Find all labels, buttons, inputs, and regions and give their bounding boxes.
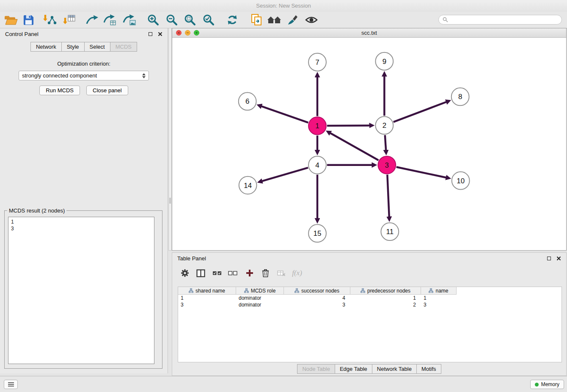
clone-network-icon [250, 14, 262, 26]
graph-node-9[interactable]: 9 [375, 52, 393, 70]
import-table-button[interactable] [62, 14, 77, 26]
tab-node-table[interactable]: Node Table [297, 364, 335, 374]
table-panel: Table Panel [172, 252, 567, 376]
column-header-predecessor-nodes[interactable]: predecessor nodes [350, 287, 421, 295]
memory-label: Memory [541, 381, 559, 387]
graph-node-7[interactable]: 7 [308, 53, 326, 71]
save-session-button[interactable] [21, 14, 36, 26]
graph-node-label: 8 [458, 93, 462, 101]
graph-node-6[interactable]: 6 [239, 92, 256, 110]
memory-button[interactable]: Memory [530, 380, 564, 389]
column-header-name[interactable]: name [421, 287, 457, 295]
zoom-fit-button[interactable] [182, 14, 198, 26]
float-panel-icon[interactable] [149, 32, 152, 36]
column-label: successor nodes [301, 288, 339, 294]
table-settings-button[interactable] [178, 266, 192, 280]
memory-status-icon [535, 383, 539, 386]
eye-icon [305, 16, 318, 24]
tab-network[interactable]: Network [30, 42, 62, 52]
show-columns-button[interactable] [194, 266, 207, 280]
network-canvas[interactable]: 7968124314101511 [172, 38, 566, 250]
show-graphics-details-button[interactable] [304, 14, 319, 26]
network-tools-button[interactable] [85, 14, 100, 26]
table-row[interactable]: 1 dominator 4 1 1 [178, 295, 561, 301]
zoom-selected-button[interactable] [201, 14, 216, 26]
column-header-shared-name[interactable]: shared name [178, 287, 236, 295]
graph-node-14[interactable]: 14 [239, 177, 257, 194]
criterion-dropdown[interactable]: strongly connected component [19, 71, 149, 80]
add-column-button[interactable] [243, 266, 256, 280]
curved-arrow-icon [85, 14, 99, 26]
close-window-icon[interactable] [176, 30, 182, 36]
import-network-button[interactable] [42, 14, 58, 26]
graph-node-10[interactable]: 10 [452, 172, 470, 190]
graph-node-label: 11 [386, 228, 394, 236]
mcds-result-list[interactable]: 1 3 [8, 217, 154, 364]
window-titlebar[interactable]: Session: New Session [0, 0, 567, 12]
delete-button[interactable] [259, 266, 272, 280]
graph-node-3[interactable]: 3 [378, 156, 396, 174]
delete-table-button[interactable] [275, 266, 288, 280]
node-table[interactable]: shared name MCDS role successor nodes pr… [178, 287, 562, 362]
column-type-icon [244, 288, 249, 293]
vertical-splitter[interactable] [168, 28, 172, 251]
zoom-out-button[interactable] [164, 14, 179, 26]
network-table-tools-button[interactable] [102, 14, 118, 26]
export-image-button[interactable] [122, 14, 137, 26]
graph-edge-3-11[interactable] [387, 175, 389, 217]
minimize-window-icon[interactable] [185, 30, 190, 36]
mcds-result-item: 3 [11, 225, 151, 232]
tab-edge-table[interactable]: Edge Table [335, 364, 372, 374]
select-all-button[interactable] [210, 266, 224, 280]
close-table-panel-icon[interactable] [556, 256, 561, 261]
optimization-criterion-label: Optimization criterion: [0, 61, 168, 67]
tab-mcds[interactable]: MCDS [110, 42, 137, 52]
control-panel-tabs: Network Style Select MCDS [0, 42, 168, 52]
graph-node-2[interactable]: 2 [375, 116, 393, 134]
apply-layout-button[interactable] [225, 14, 240, 26]
cell-mcds-role: dominator [236, 301, 284, 308]
maximize-window-icon[interactable] [194, 30, 199, 36]
graph-edge-1-6[interactable] [261, 106, 308, 123]
search-field[interactable] [438, 15, 562, 25]
column-label: predecessor nodes [367, 288, 410, 294]
search-input[interactable] [451, 17, 558, 23]
tab-motifs[interactable]: Motifs [416, 364, 441, 374]
tab-network-table[interactable]: Network Table [372, 364, 417, 374]
import-network-icon [43, 14, 57, 26]
run-mcds-button[interactable]: Run MCDS [39, 86, 80, 95]
graph-node-11[interactable]: 11 [381, 223, 399, 240]
graph-edge-2-8[interactable] [394, 102, 446, 122]
close-mcds-panel-button[interactable]: Close panel [86, 86, 128, 95]
clone-network-button[interactable] [249, 14, 264, 26]
arrow-image-icon [123, 14, 136, 26]
graph-node-8[interactable]: 8 [451, 88, 469, 106]
graph-edge-2-3[interactable] [385, 135, 386, 150]
column-header-mcds-role[interactable]: MCDS role [236, 287, 284, 295]
tab-select[interactable]: Select [84, 42, 110, 52]
column-header-successor-nodes[interactable]: successor nodes [284, 287, 350, 295]
graph-edge-3-10[interactable] [396, 167, 446, 178]
graph-node-15[interactable]: 15 [308, 224, 326, 242]
function-builder-button[interactable]: f(x) [290, 266, 304, 280]
graph-node-label: 1 [315, 122, 319, 130]
graph-node-label: 3 [385, 161, 389, 169]
tab-style[interactable]: Style [61, 42, 85, 52]
task-history-button[interactable] [4, 380, 18, 389]
close-panel-icon[interactable] [158, 32, 162, 36]
table-row[interactable]: 3 dominator 3 2 3 [178, 301, 561, 308]
open-session-button[interactable] [3, 14, 19, 26]
control-panel: Control Panel Network Style Select MCDS … [0, 28, 168, 373]
graph-edge-3-1[interactable] [330, 133, 378, 160]
float-table-panel-icon[interactable] [547, 257, 551, 260]
overview-button[interactable] [267, 14, 282, 26]
style-button[interactable] [285, 14, 300, 26]
graph-node-1[interactable]: 1 [308, 117, 326, 135]
graph-edge-1-2[interactable] [327, 125, 370, 126]
zoom-in-button[interactable] [146, 14, 161, 26]
deselect-all-button[interactable] [226, 266, 239, 280]
graph-edge-4-14[interactable] [262, 168, 308, 181]
graph-node-4[interactable]: 4 [308, 156, 326, 174]
table-panel-header: Table Panel [172, 253, 566, 264]
network-window-titlebar[interactable]: scc.txt [172, 28, 566, 38]
